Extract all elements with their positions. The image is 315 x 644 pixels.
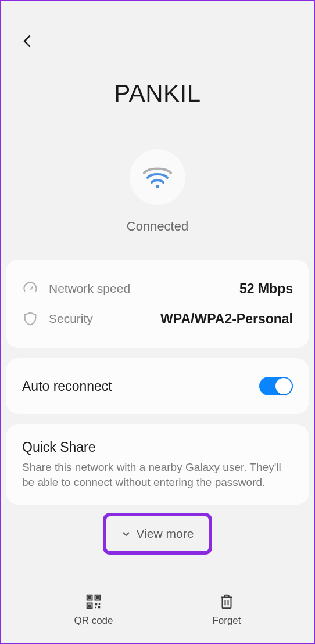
bottom-action-bar: QR code Forget	[1, 582, 314, 643]
quick-share-title: Quick Share	[22, 440, 293, 455]
network-name: PANKIL	[1, 80, 314, 107]
qr-code-button[interactable]: QR code	[74, 593, 113, 627]
view-more-label: View more	[137, 527, 194, 541]
back-button[interactable]	[1, 1, 36, 52]
wifi-icon	[142, 165, 173, 189]
svg-rect-5	[89, 597, 91, 599]
svg-rect-10	[95, 607, 96, 609]
trash-icon	[218, 593, 235, 610]
svg-line-1	[30, 287, 33, 290]
connection-status: Connected	[1, 219, 314, 234]
svg-rect-8	[95, 603, 97, 606]
auto-reconnect-toggle[interactable]	[259, 377, 293, 395]
speed-value: 52 Mbps	[239, 281, 293, 297]
forget-button[interactable]: Forget	[212, 593, 241, 627]
qr-code-label: QR code	[74, 615, 113, 627]
security-row: Security WPA/WPA2-Personal	[22, 304, 293, 334]
security-label: Security	[49, 312, 93, 326]
chevron-down-icon	[121, 529, 131, 538]
speed-row: Network speed 52 Mbps	[22, 274, 293, 304]
security-value: WPA/WPA2-Personal	[160, 311, 293, 327]
svg-rect-9	[99, 603, 101, 605]
wifi-icon-container	[1, 149, 314, 205]
wifi-icon-circle	[130, 149, 185, 205]
auto-reconnect-label: Auto reconnect	[22, 379, 112, 394]
forget-label: Forget	[212, 615, 241, 627]
quick-share-description: Share this network with a nearby Galaxy …	[22, 460, 293, 490]
svg-rect-6	[97, 597, 99, 599]
quick-share-card[interactable]: Quick Share Share this network with a ne…	[6, 424, 309, 505]
speed-label: Network speed	[49, 282, 130, 296]
back-arrow-icon	[20, 33, 36, 49]
toggle-knob	[275, 378, 292, 394]
svg-rect-7	[89, 605, 91, 607]
svg-point-0	[156, 185, 159, 188]
svg-rect-11	[98, 606, 100, 609]
network-stats-card: Network speed 52 Mbps Security WPA/WPA2-…	[6, 260, 309, 348]
qr-code-icon	[85, 593, 102, 610]
auto-reconnect-row[interactable]: Auto reconnect	[6, 358, 309, 414]
speedometer-icon	[22, 280, 38, 297]
view-more-button[interactable]: View more	[103, 513, 213, 555]
shield-icon	[22, 311, 38, 327]
